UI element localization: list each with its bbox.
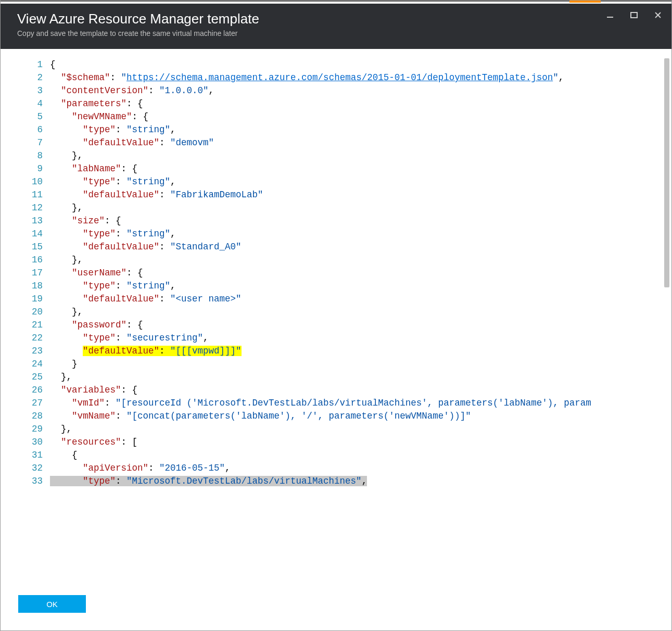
code-line: "contentVersion": "1.0.0.0", [50, 84, 671, 97]
line-number-gutter: 1234567891011121314151617181920212223242… [1, 58, 50, 573]
line-number: 16 [1, 254, 43, 267]
code-content[interactable]: { "$schema": "https://schema.management.… [50, 58, 671, 573]
code-line: "type": "string", [50, 175, 671, 188]
line-number: 29 [1, 423, 43, 436]
code-line: "type": "string", [50, 228, 671, 241]
code-line: "password": { [50, 319, 671, 332]
code-line: { [50, 449, 671, 462]
vertical-scrollbar[interactable] [664, 58, 669, 287]
line-number: 24 [1, 358, 43, 371]
line-number: 1 [1, 58, 43, 71]
code-line: "defaultValue": "Standard_A0" [50, 241, 671, 254]
line-number: 25 [1, 371, 43, 384]
code-line: }, [50, 254, 671, 267]
window-controls [603, 8, 665, 22]
close-icon [654, 11, 662, 19]
code-line: "userName": { [50, 267, 671, 280]
line-number: 15 [1, 241, 43, 254]
code-line: "vmName": "[concat(parameters('labName')… [50, 410, 671, 423]
maximize-button[interactable] [627, 8, 641, 22]
dialog-title: View Azure Resource Manager template [17, 11, 259, 27]
code-line: "type": "string", [50, 280, 671, 293]
line-number: 31 [1, 449, 43, 462]
accent-orange [569, 1, 601, 3]
code-line: "defaultValue": "[[[vmpwd]]]" [50, 345, 671, 358]
line-number: 11 [1, 188, 43, 201]
line-number: 14 [1, 228, 43, 241]
line-number: 26 [1, 384, 43, 397]
header-text: View Azure Resource Manager template Cop… [17, 11, 259, 37]
close-button[interactable] [651, 8, 665, 22]
line-number: 5 [1, 110, 43, 123]
ok-button[interactable]: OK [18, 595, 86, 613]
line-number: 7 [1, 136, 43, 149]
line-number: 19 [1, 293, 43, 306]
code-line: "type": "securestring", [50, 332, 671, 345]
line-number: 9 [1, 162, 43, 175]
line-number: 33 [1, 475, 43, 488]
code-line: "vmId": "[resourceId ('Microsoft.DevTest… [50, 397, 671, 410]
code-line: "defaultValue": "<user name>" [50, 293, 671, 306]
line-number: 23 [1, 345, 43, 358]
maximize-icon [630, 11, 638, 19]
line-number: 6 [1, 123, 43, 136]
line-number: 18 [1, 280, 43, 293]
code-line: }, [50, 306, 671, 319]
line-number: 22 [1, 332, 43, 345]
line-number: 8 [1, 149, 43, 162]
code-line: "$schema": "https://schema.management.az… [50, 71, 671, 84]
line-number: 3 [1, 84, 43, 97]
line-number: 28 [1, 410, 43, 423]
code-line: "size": { [50, 214, 671, 228]
line-number: 30 [1, 436, 43, 449]
code-line: "labName": { [50, 162, 671, 175]
dialog-window: View Azure Resource Manager template Cop… [1, 1, 671, 630]
minimize-button[interactable] [603, 8, 617, 22]
line-number: 4 [1, 97, 43, 110]
dialog-header: View Azure Resource Manager template Cop… [1, 4, 671, 49]
dialog-subtitle: Copy and save the template to create the… [17, 29, 259, 37]
code-line: { [50, 58, 671, 71]
line-number: 32 [1, 462, 43, 475]
minimize-icon [606, 11, 614, 19]
code-line: "defaultValue": "FabrikamDemoLab" [50, 188, 671, 201]
line-number: 2 [1, 71, 43, 84]
svg-rect-1 [631, 12, 637, 18]
line-number: 13 [1, 214, 43, 228]
code-line: "apiVersion": "2016-05-15", [50, 462, 671, 475]
code-line: "variables": { [50, 384, 671, 397]
code-line: "type": "string", [50, 123, 671, 136]
line-number: 20 [1, 306, 43, 319]
code-line: }, [50, 201, 671, 214]
code-line: "parameters": { [50, 97, 671, 110]
code-line: }, [50, 371, 671, 384]
code-line: "defaultValue": "demovm" [50, 136, 671, 149]
line-number: 17 [1, 267, 43, 280]
code-line: "newVMName": { [50, 110, 671, 123]
line-number: 27 [1, 397, 43, 410]
line-number: 10 [1, 175, 43, 188]
code-line: }, [50, 149, 671, 162]
code-line: } [50, 358, 671, 371]
code-editor[interactable]: 1234567891011121314151617181920212223242… [1, 49, 671, 583]
code-line: "resources": [ [50, 436, 671, 449]
code-line: "type": "Microsoft.DevTestLab/labs/virtu… [50, 475, 671, 488]
line-number: 21 [1, 319, 43, 332]
dialog-footer: OK [1, 583, 671, 630]
line-number: 12 [1, 201, 43, 214]
code-line: }, [50, 423, 671, 436]
